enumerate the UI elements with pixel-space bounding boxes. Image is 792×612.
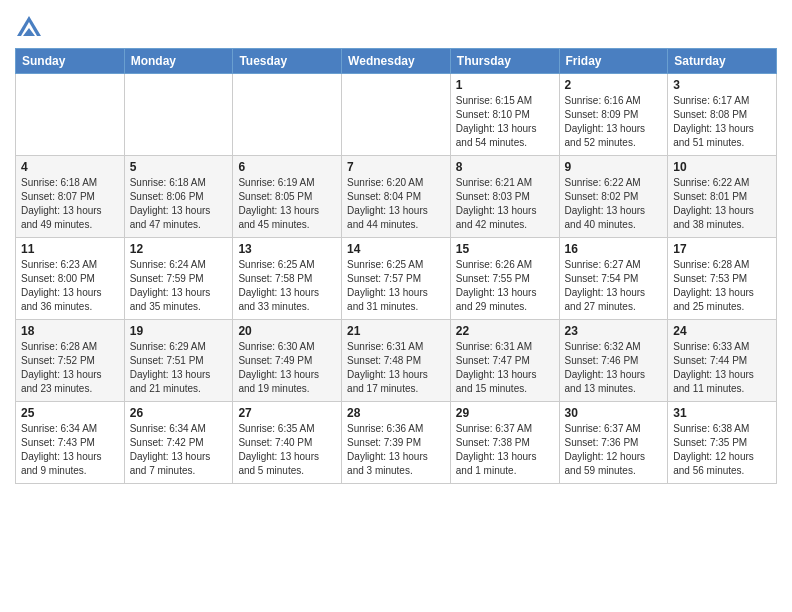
day-info: Sunrise: 6:38 AM Sunset: 7:35 PM Dayligh… [673, 422, 771, 478]
calendar-body: 1Sunrise: 6:15 AM Sunset: 8:10 PM Daylig… [16, 74, 777, 484]
day-info: Sunrise: 6:29 AM Sunset: 7:51 PM Dayligh… [130, 340, 228, 396]
day-info: Sunrise: 6:30 AM Sunset: 7:49 PM Dayligh… [238, 340, 336, 396]
calendar-cell: 15Sunrise: 6:26 AM Sunset: 7:55 PM Dayli… [450, 238, 559, 320]
day-number: 11 [21, 242, 119, 256]
calendar-cell: 18Sunrise: 6:28 AM Sunset: 7:52 PM Dayli… [16, 320, 125, 402]
day-info: Sunrise: 6:26 AM Sunset: 7:55 PM Dayligh… [456, 258, 554, 314]
day-info: Sunrise: 6:28 AM Sunset: 7:53 PM Dayligh… [673, 258, 771, 314]
calendar-cell: 10Sunrise: 6:22 AM Sunset: 8:01 PM Dayli… [668, 156, 777, 238]
calendar-cell: 24Sunrise: 6:33 AM Sunset: 7:44 PM Dayli… [668, 320, 777, 402]
day-number: 7 [347, 160, 445, 174]
day-info: Sunrise: 6:37 AM Sunset: 7:38 PM Dayligh… [456, 422, 554, 478]
day-number: 4 [21, 160, 119, 174]
day-info: Sunrise: 6:31 AM Sunset: 7:47 PM Dayligh… [456, 340, 554, 396]
day-info: Sunrise: 6:18 AM Sunset: 8:07 PM Dayligh… [21, 176, 119, 232]
logo-icon [15, 14, 43, 42]
day-number: 19 [130, 324, 228, 338]
weekday-header-monday: Monday [124, 49, 233, 74]
calendar-cell: 27Sunrise: 6:35 AM Sunset: 7:40 PM Dayli… [233, 402, 342, 484]
day-info: Sunrise: 6:17 AM Sunset: 8:08 PM Dayligh… [673, 94, 771, 150]
day-number: 18 [21, 324, 119, 338]
calendar-cell: 19Sunrise: 6:29 AM Sunset: 7:51 PM Dayli… [124, 320, 233, 402]
day-info: Sunrise: 6:18 AM Sunset: 8:06 PM Dayligh… [130, 176, 228, 232]
calendar-cell: 4Sunrise: 6:18 AM Sunset: 8:07 PM Daylig… [16, 156, 125, 238]
calendar-cell: 2Sunrise: 6:16 AM Sunset: 8:09 PM Daylig… [559, 74, 668, 156]
day-number: 1 [456, 78, 554, 92]
day-info: Sunrise: 6:22 AM Sunset: 8:02 PM Dayligh… [565, 176, 663, 232]
weekday-header-tuesday: Tuesday [233, 49, 342, 74]
calendar-cell: 25Sunrise: 6:34 AM Sunset: 7:43 PM Dayli… [16, 402, 125, 484]
day-number: 3 [673, 78, 771, 92]
calendar-week-5: 25Sunrise: 6:34 AM Sunset: 7:43 PM Dayli… [16, 402, 777, 484]
calendar-cell: 26Sunrise: 6:34 AM Sunset: 7:42 PM Dayli… [124, 402, 233, 484]
calendar-cell: 8Sunrise: 6:21 AM Sunset: 8:03 PM Daylig… [450, 156, 559, 238]
weekday-header-row: SundayMondayTuesdayWednesdayThursdayFrid… [16, 49, 777, 74]
calendar-table: SundayMondayTuesdayWednesdayThursdayFrid… [15, 48, 777, 484]
calendar-week-4: 18Sunrise: 6:28 AM Sunset: 7:52 PM Dayli… [16, 320, 777, 402]
calendar-cell: 17Sunrise: 6:28 AM Sunset: 7:53 PM Dayli… [668, 238, 777, 320]
day-number: 30 [565, 406, 663, 420]
calendar-week-2: 4Sunrise: 6:18 AM Sunset: 8:07 PM Daylig… [16, 156, 777, 238]
calendar-cell: 7Sunrise: 6:20 AM Sunset: 8:04 PM Daylig… [342, 156, 451, 238]
day-info: Sunrise: 6:37 AM Sunset: 7:36 PM Dayligh… [565, 422, 663, 478]
calendar-cell: 1Sunrise: 6:15 AM Sunset: 8:10 PM Daylig… [450, 74, 559, 156]
calendar-cell [233, 74, 342, 156]
weekday-header-thursday: Thursday [450, 49, 559, 74]
day-number: 27 [238, 406, 336, 420]
calendar-cell: 29Sunrise: 6:37 AM Sunset: 7:38 PM Dayli… [450, 402, 559, 484]
calendar-cell: 21Sunrise: 6:31 AM Sunset: 7:48 PM Dayli… [342, 320, 451, 402]
day-info: Sunrise: 6:32 AM Sunset: 7:46 PM Dayligh… [565, 340, 663, 396]
calendar-cell: 3Sunrise: 6:17 AM Sunset: 8:08 PM Daylig… [668, 74, 777, 156]
day-number: 21 [347, 324, 445, 338]
day-number: 14 [347, 242, 445, 256]
day-info: Sunrise: 6:15 AM Sunset: 8:10 PM Dayligh… [456, 94, 554, 150]
day-info: Sunrise: 6:27 AM Sunset: 7:54 PM Dayligh… [565, 258, 663, 314]
calendar-week-1: 1Sunrise: 6:15 AM Sunset: 8:10 PM Daylig… [16, 74, 777, 156]
calendar-cell: 28Sunrise: 6:36 AM Sunset: 7:39 PM Dayli… [342, 402, 451, 484]
day-number: 13 [238, 242, 336, 256]
day-info: Sunrise: 6:19 AM Sunset: 8:05 PM Dayligh… [238, 176, 336, 232]
calendar-cell: 22Sunrise: 6:31 AM Sunset: 7:47 PM Dayli… [450, 320, 559, 402]
day-number: 2 [565, 78, 663, 92]
logo [15, 14, 47, 42]
day-number: 25 [21, 406, 119, 420]
calendar-cell: 14Sunrise: 6:25 AM Sunset: 7:57 PM Dayli… [342, 238, 451, 320]
day-number: 20 [238, 324, 336, 338]
page-container: SundayMondayTuesdayWednesdayThursdayFrid… [0, 0, 792, 489]
calendar-cell [124, 74, 233, 156]
day-number: 29 [456, 406, 554, 420]
day-number: 23 [565, 324, 663, 338]
day-info: Sunrise: 6:21 AM Sunset: 8:03 PM Dayligh… [456, 176, 554, 232]
calendar-cell: 30Sunrise: 6:37 AM Sunset: 7:36 PM Dayli… [559, 402, 668, 484]
header [15, 10, 777, 42]
day-number: 16 [565, 242, 663, 256]
calendar-cell: 6Sunrise: 6:19 AM Sunset: 8:05 PM Daylig… [233, 156, 342, 238]
day-info: Sunrise: 6:34 AM Sunset: 7:42 PM Dayligh… [130, 422, 228, 478]
day-number: 31 [673, 406, 771, 420]
calendar-cell: 11Sunrise: 6:23 AM Sunset: 8:00 PM Dayli… [16, 238, 125, 320]
day-info: Sunrise: 6:25 AM Sunset: 7:58 PM Dayligh… [238, 258, 336, 314]
day-info: Sunrise: 6:25 AM Sunset: 7:57 PM Dayligh… [347, 258, 445, 314]
day-number: 17 [673, 242, 771, 256]
weekday-header-wednesday: Wednesday [342, 49, 451, 74]
day-info: Sunrise: 6:36 AM Sunset: 7:39 PM Dayligh… [347, 422, 445, 478]
calendar-cell: 31Sunrise: 6:38 AM Sunset: 7:35 PM Dayli… [668, 402, 777, 484]
day-number: 24 [673, 324, 771, 338]
day-number: 22 [456, 324, 554, 338]
weekday-header-saturday: Saturday [668, 49, 777, 74]
weekday-header-friday: Friday [559, 49, 668, 74]
day-info: Sunrise: 6:28 AM Sunset: 7:52 PM Dayligh… [21, 340, 119, 396]
calendar-cell [16, 74, 125, 156]
calendar-cell: 9Sunrise: 6:22 AM Sunset: 8:02 PM Daylig… [559, 156, 668, 238]
day-number: 12 [130, 242, 228, 256]
day-info: Sunrise: 6:23 AM Sunset: 8:00 PM Dayligh… [21, 258, 119, 314]
day-info: Sunrise: 6:34 AM Sunset: 7:43 PM Dayligh… [21, 422, 119, 478]
calendar-cell [342, 74, 451, 156]
day-info: Sunrise: 6:33 AM Sunset: 7:44 PM Dayligh… [673, 340, 771, 396]
weekday-header-sunday: Sunday [16, 49, 125, 74]
day-number: 28 [347, 406, 445, 420]
day-number: 6 [238, 160, 336, 174]
day-info: Sunrise: 6:31 AM Sunset: 7:48 PM Dayligh… [347, 340, 445, 396]
calendar-cell: 13Sunrise: 6:25 AM Sunset: 7:58 PM Dayli… [233, 238, 342, 320]
calendar-week-3: 11Sunrise: 6:23 AM Sunset: 8:00 PM Dayli… [16, 238, 777, 320]
